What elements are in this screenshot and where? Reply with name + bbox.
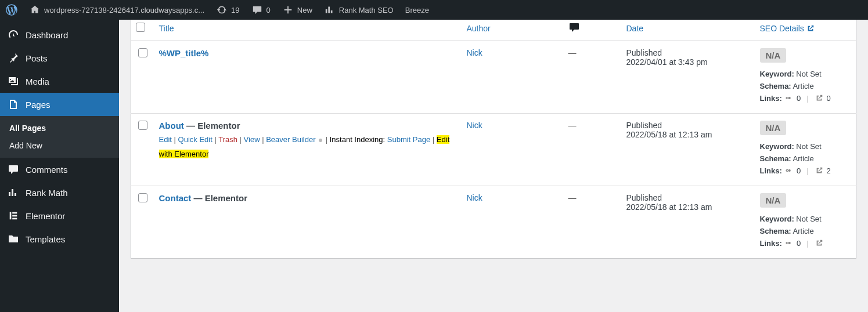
page-title-link[interactable]: %WP_title%	[159, 48, 209, 58]
update-count: 19	[231, 6, 239, 14]
seo-keyword: Keyword: Not Set	[760, 70, 852, 78]
action-trash[interactable]: Trash	[218, 135, 237, 144]
breeze-toolbar[interactable]: Breeze	[399, 0, 435, 20]
pages-icon	[7, 98, 20, 111]
action-edit[interactable]: Edit	[159, 135, 172, 144]
seo-badge: N/A	[760, 193, 787, 208]
seo-links: Links: 0 |	[760, 239, 852, 248]
author-link[interactable]: Nick	[467, 121, 482, 130]
elementor-icon	[7, 209, 20, 222]
rankmath-label: Rank Math SEO	[339, 6, 394, 14]
sidebar-item-pages[interactable]: Pages	[0, 93, 119, 116]
comment-icon	[251, 4, 263, 16]
internal-link-icon	[785, 166, 793, 175]
svg-rect-2	[12, 215, 17, 217]
sidebar-item-posts[interactable]: Posts	[0, 46, 119, 70]
update-icon	[216, 4, 228, 16]
external-link-icon	[815, 239, 823, 248]
chart-icon	[7, 186, 20, 199]
post-state: — Elementor	[191, 193, 247, 203]
sidebar-label: Dashboard	[26, 30, 68, 40]
post-state: — Elementor	[184, 121, 240, 130]
pin-icon	[7, 52, 20, 64]
seo-schema: Schema: Article	[760, 227, 852, 235]
sidebar-submenu-pages: All Pages Add New	[0, 116, 119, 158]
external-icon	[806, 24, 815, 32]
admin-sidebar: Dashboard Posts Media Pages All Pages Ad…	[0, 20, 119, 312]
status-dot-icon	[319, 139, 322, 142]
sidebar-label: Elementor	[26, 211, 65, 221]
publish-date: 2022/04/01 at 3:43 pm	[626, 57, 751, 67]
no-comments: —	[568, 121, 577, 130]
sidebar-label: Media	[26, 77, 49, 86]
publish-date: 2022/05/18 at 12:13 am	[626, 202, 751, 212]
row-actions: Edit | Quick Edit | Trash | View | Beave…	[159, 133, 458, 161]
wp-logo[interactable]	[0, 0, 23, 20]
no-comments: —	[568, 48, 577, 57]
comment-icon	[7, 163, 20, 176]
seo-keyword: Keyword: Not Set	[760, 142, 852, 151]
wordpress-icon	[6, 4, 17, 16]
row-checkbox[interactable]	[138, 121, 147, 130]
svg-rect-3	[12, 218, 17, 220]
sidebar-item-templates[interactable]: Templates	[0, 227, 119, 251]
sidebar-label: Rank Math	[26, 188, 68, 198]
updates[interactable]: 19	[210, 0, 245, 20]
action-instant-indexing-label: Instant Indexing:	[330, 135, 385, 144]
sidebar-label: Comments	[26, 165, 68, 175]
comment-icon	[568, 26, 580, 35]
seo-schema: Schema: Article	[760, 82, 852, 90]
sidebar-sub-add-new[interactable]: Add New	[0, 137, 119, 154]
publish-status: Published	[626, 48, 751, 57]
site-label: wordpress-727138-2426417.cloudwaysapps.c…	[44, 6, 204, 14]
page-title-link[interactable]: About	[159, 121, 184, 130]
seo-keyword: Keyword: Not Set	[760, 215, 852, 223]
action-view[interactable]: View	[244, 135, 260, 144]
sidebar-item-rankmath[interactable]: Rank Math	[0, 181, 119, 204]
comment-count: 0	[266, 6, 271, 14]
plus-icon	[282, 4, 294, 16]
sidebar-label: Posts	[26, 53, 48, 63]
action-quick-edit[interactable]: Quick Edit	[178, 135, 213, 144]
action-submit-page[interactable]: Submit Page	[387, 135, 430, 144]
author-link[interactable]: Nick	[467, 193, 482, 202]
publish-date: 2022/05/18 at 12:13 am	[626, 130, 751, 139]
folder-icon	[7, 233, 20, 245]
sidebar-item-elementor[interactable]: Elementor	[0, 204, 119, 227]
main-content: Title Author Date SEO Details %WP_title%…	[119, 15, 868, 259]
admin-toolbar: wordpress-727138-2426417.cloudwaysapps.c…	[0, 0, 868, 20]
svg-rect-0	[10, 212, 12, 220]
sidebar-label: Pages	[26, 100, 51, 110]
author-link[interactable]: Nick	[467, 48, 482, 57]
sidebar-item-comments[interactable]: Comments	[0, 158, 119, 181]
new-label: New	[297, 6, 312, 14]
new-content[interactable]: New	[276, 0, 318, 20]
table-row: %WP_title% Nick — Published2022/04/01 at…	[131, 41, 856, 114]
seo-links: Links: 0 | 0	[760, 94, 852, 103]
action-beaver-builder[interactable]: Beaver Builder	[266, 135, 315, 144]
row-checkbox[interactable]	[138, 193, 147, 202]
no-comments: —	[568, 193, 577, 202]
external-link-icon	[815, 94, 823, 103]
svg-rect-1	[12, 212, 17, 214]
pages-table: Title Author Date SEO Details %WP_title%…	[131, 15, 856, 259]
internal-link-icon	[785, 94, 793, 103]
sidebar-item-dashboard[interactable]: Dashboard	[0, 23, 119, 46]
internal-link-icon	[785, 239, 793, 248]
rankmath-toolbar[interactable]: Rank Math SEO	[318, 0, 399, 20]
page-title-link[interactable]: Contact	[159, 193, 192, 203]
comments-toolbar[interactable]: 0	[246, 0, 276, 20]
sidebar-label: Templates	[26, 234, 65, 244]
sidebar-sub-all-pages[interactable]: All Pages	[0, 119, 119, 137]
checkbox[interactable]	[136, 23, 145, 32]
seo-badge: N/A	[760, 121, 787, 135]
row-checkbox[interactable]	[138, 48, 147, 57]
publish-status: Published	[626, 193, 751, 202]
publish-status: Published	[626, 121, 751, 130]
seo-badge: N/A	[760, 48, 787, 63]
seo-links: Links: 0 | 2	[760, 166, 852, 175]
table-row: Contact — Elementor Nick — Published2022…	[131, 186, 856, 259]
dashboard-icon	[7, 28, 20, 41]
sidebar-item-media[interactable]: Media	[0, 70, 119, 93]
site-home[interactable]: wordpress-727138-2426417.cloudwaysapps.c…	[23, 0, 210, 20]
